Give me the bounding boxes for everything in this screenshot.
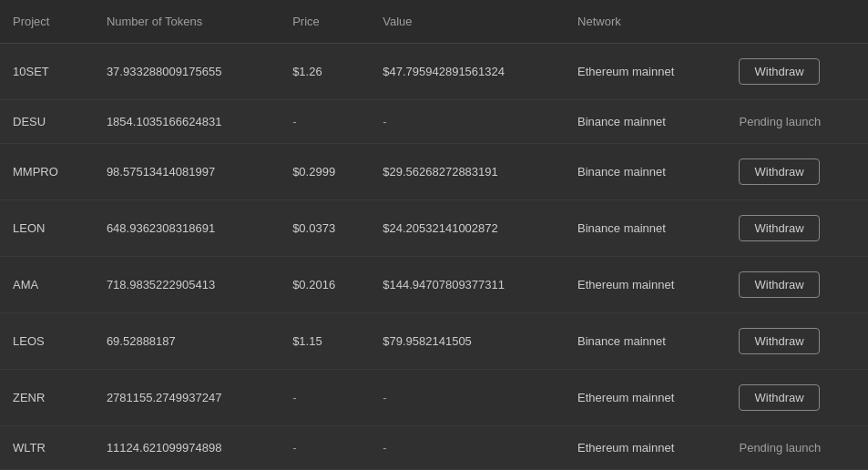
cell-value: $47.795942891561324 — [370, 44, 565, 100]
cell-project: AMA — [0, 257, 94, 313]
withdraw-button[interactable]: Withdraw — [739, 328, 819, 354]
cell-action[interactable]: Withdraw — [726, 144, 868, 200]
cell-network: Binance mainnet — [565, 144, 726, 200]
table-row: WLTR11124.621099974898--Ethereum mainnet… — [0, 426, 868, 470]
col-header-price: Price — [280, 0, 370, 44]
cell-value: $79.9582141505 — [370, 313, 565, 370]
cell-action[interactable]: Withdraw — [726, 313, 868, 370]
cell-action: Pending launch — [726, 100, 868, 144]
cell-tokens: 98.57513414081997 — [94, 144, 280, 200]
withdraw-button[interactable]: Withdraw — [739, 215, 819, 241]
cell-price: $0.2999 — [280, 144, 370, 200]
table-row: AMA718.9835222905413$0.2016$144.94707809… — [0, 257, 868, 313]
cell-action[interactable]: Withdraw — [726, 44, 868, 100]
cell-action[interactable]: Withdraw — [726, 257, 868, 313]
cell-value: - — [370, 370, 565, 426]
cell-value: - — [370, 426, 565, 470]
cell-price: $0.0373 — [280, 200, 370, 257]
table-row: ZENR2781155.2749937247--Ethereum mainnet… — [0, 370, 868, 426]
cell-action[interactable]: Withdraw — [726, 200, 868, 257]
cell-tokens: 2781155.2749937247 — [94, 370, 280, 426]
col-header-tokens: Number of Tokens — [94, 0, 280, 44]
table-row: LEON648.9362308318691$0.0373$24.20532141… — [0, 200, 868, 257]
cell-project: ZENR — [0, 370, 94, 426]
cell-network: Ethereum mainnet — [565, 426, 726, 470]
withdraw-button[interactable]: Withdraw — [739, 58, 819, 85]
withdraw-button[interactable]: Withdraw — [739, 271, 819, 298]
table-row: 10SET37.933288009175655$1.26$47.79594289… — [0, 44, 868, 100]
table-row: LEOS69.52888187$1.15$79.9582141505Binanc… — [0, 313, 868, 370]
cell-project: WLTR — [0, 426, 94, 470]
pending-label: Pending launch — [739, 441, 821, 455]
withdraw-button[interactable]: Withdraw — [739, 158, 819, 185]
col-header-network: Network — [565, 0, 726, 44]
cell-price: $1.15 — [280, 313, 370, 370]
cell-price: - — [280, 426, 370, 470]
cell-tokens: 648.9362308318691 — [94, 200, 280, 257]
portfolio-table: Project Number of Tokens Price Value Net… — [0, 0, 868, 470]
cell-network: Binance mainnet — [565, 100, 726, 144]
withdraw-button[interactable]: Withdraw — [739, 384, 819, 411]
cell-project: DESU — [0, 100, 94, 144]
table-header-row: Project Number of Tokens Price Value Net… — [0, 0, 868, 44]
col-header-value: Value — [370, 0, 565, 44]
col-header-action — [726, 0, 868, 44]
cell-network: Ethereum mainnet — [565, 370, 726, 426]
table-row: DESU1854.1035166624831--Binance mainnetP… — [0, 100, 868, 144]
cell-value: $144.94707809377311 — [370, 257, 565, 313]
cell-value: - — [370, 100, 565, 144]
cell-project: LEOS — [0, 313, 94, 370]
cell-price: - — [280, 370, 370, 426]
pending-label: Pending launch — [739, 115, 821, 128]
col-header-project: Project — [0, 0, 94, 44]
cell-tokens: 11124.621099974898 — [94, 426, 280, 470]
cell-project: LEON — [0, 200, 94, 257]
cell-network: Binance mainnet — [565, 313, 726, 370]
cell-price: - — [280, 100, 370, 144]
cell-price: $0.2016 — [280, 257, 370, 313]
cell-network: Ethereum mainnet — [565, 257, 726, 313]
cell-tokens: 718.9835222905413 — [94, 257, 280, 313]
cell-action: Pending launch — [726, 426, 868, 470]
cell-tokens: 37.933288009175655 — [94, 44, 280, 100]
cell-network: Ethereum mainnet — [565, 44, 726, 100]
cell-tokens: 1854.1035166624831 — [94, 100, 280, 144]
cell-value: $24.20532141002872 — [370, 200, 565, 257]
cell-project: MMPRO — [0, 144, 94, 200]
cell-value: $29.56268272883191 — [370, 144, 565, 200]
cell-action[interactable]: Withdraw — [726, 370, 868, 426]
cell-network: Binance mainnet — [565, 200, 726, 257]
cell-tokens: 69.52888187 — [94, 313, 280, 370]
cell-price: $1.26 — [280, 44, 370, 100]
table-row: MMPRO98.57513414081997$0.2999$29.5626827… — [0, 144, 868, 200]
cell-project: 10SET — [0, 44, 94, 100]
